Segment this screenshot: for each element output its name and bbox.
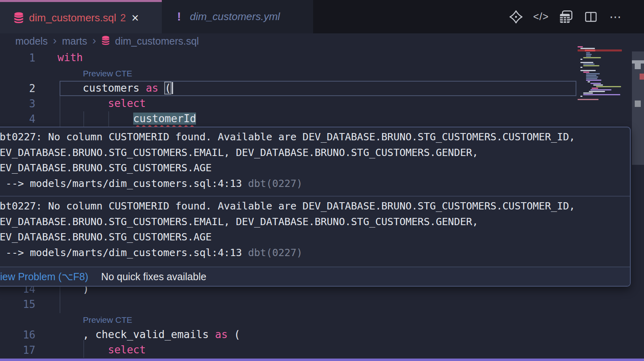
line-number: 1	[0, 52, 35, 64]
code-line-4[interactable]: 4 customerId	[0, 111, 644, 127]
error-hover-popup: dbt0227: No column CUSTOMERID found. Ava…	[0, 127, 631, 287]
line-number: 17	[0, 344, 35, 356]
minimap-line	[580, 59, 582, 60]
editor-actions: </> ⋯	[508, 0, 624, 33]
minimap-line	[586, 78, 597, 79]
minimap-line	[578, 46, 583, 47]
minimap-line	[580, 62, 593, 63]
minimap-line	[583, 72, 589, 73]
minimap-line	[580, 67, 582, 68]
indent-guide	[108, 111, 109, 127]
error-message: dbt0227: No column CUSTOMERID found. Ava…	[0, 127, 630, 196]
ruler-decoration-gray	[632, 60, 644, 64]
preview-cte-link[interactable]: Preview CTE	[83, 315, 132, 325]
minimap-line	[592, 88, 598, 89]
error-code[interactable]: dbt(0227)	[248, 247, 302, 258]
preview-cte-link[interactable]: Preview CTE	[83, 69, 132, 78]
minimap-line	[590, 83, 601, 84]
minimap-line	[580, 96, 582, 97]
code-line-16[interactable]: 16 , check_valid_emails as (	[0, 327, 644, 343]
minimap-line	[586, 55, 591, 57]
code-text: customers as (	[58, 82, 173, 94]
code-lens[interactable]: Preview CTE	[0, 312, 644, 327]
minimap-line	[593, 84, 603, 86]
line-number: 16	[0, 329, 35, 341]
error-message: dbt0227: No column CUSTOMERID found. Ava…	[0, 196, 630, 265]
breadcrumb-item-file[interactable]: dim_customers.sql	[115, 35, 199, 47]
minimap-line	[586, 76, 598, 78]
minimap-line	[590, 89, 611, 90]
error-message-line: dbt0227: No column CUSTOMERID found. Ava…	[0, 199, 627, 214]
minimap-line	[586, 52, 590, 53]
minimap[interactable]	[578, 46, 623, 105]
indent-guide	[60, 287, 60, 313]
minimap-line	[596, 86, 621, 87]
close-icon[interactable]: ×	[132, 12, 139, 24]
error-token: customerId	[133, 113, 196, 125]
code-text: with	[58, 51, 83, 64]
vscode-window: dim_customers.sql 2 × ! dim_customers.ym…	[0, 0, 644, 361]
dbt-power-user-icon[interactable]	[508, 9, 524, 25]
code-line-2[interactable]: 2 customers as (	[0, 81, 644, 96]
code-line-17[interactable]: 17 select	[0, 343, 644, 358]
minimap-line	[585, 49, 595, 51]
minimap-line	[580, 70, 596, 71]
breadcrumb: models › marts › dim_customers.sql	[0, 33, 644, 49]
tab-dim-customers-yml[interactable]: ! dim_customers.yml	[162, 0, 313, 33]
compile-code-icon[interactable]: </>	[533, 9, 549, 25]
error-messages: dbt0227: No column CUSTOMERID found. Ava…	[0, 127, 630, 265]
code-line-15[interactable]: 15	[0, 297, 644, 312]
indent-guide	[83, 111, 84, 127]
database-icon	[14, 12, 24, 23]
error-message-line: DEV_DATABASE.BRUNO.STG_CUSTOMERS.EMAIL, …	[0, 214, 627, 230]
ruler-decoration-gray2	[635, 101, 641, 107]
minimap-line	[583, 94, 620, 95]
minimap-line	[589, 91, 605, 92]
tab-bar: dim_customers.sql 2 × ! dim_customers.ym…	[0, 0, 644, 33]
code-lens[interactable]: Preview CTE	[0, 66, 644, 81]
indent-guide	[83, 340, 84, 358]
code-line-1[interactable]: 1with	[0, 50, 644, 66]
minimap-line	[583, 65, 599, 66]
error-message-line: dbt0227: No column CUSTOMERID found. Ava…	[0, 129, 627, 145]
breadcrumb-item-marts[interactable]: marts	[62, 35, 87, 47]
view-problem-link[interactable]: View Problem (⌥F8)	[0, 271, 88, 283]
tab-dim-customers-sql[interactable]: dim_customers.sql 2 ×	[0, 0, 162, 33]
minimap-line	[583, 64, 594, 65]
code-text: select	[58, 97, 146, 109]
line-number: 4	[0, 113, 35, 125]
more-actions-icon[interactable]: ⋯	[608, 9, 624, 25]
error-code[interactable]: dbt(0227)	[248, 178, 302, 189]
code-text: , check_valid_emails as (	[58, 328, 240, 340]
breadcrumb-item-models[interactable]: models	[15, 35, 48, 47]
minimap-line	[588, 81, 590, 82]
ruler-decoration-red	[640, 74, 644, 80]
text-cursor	[172, 82, 173, 94]
error-message-line: DEV_DATABASE.BRUNO.STG_CUSTOMERS.AGE	[0, 160, 627, 176]
warning-icon: !	[177, 10, 181, 23]
code-text: customerId	[58, 113, 196, 125]
minimap-line	[578, 99, 599, 100]
line-number: 3	[0, 98, 35, 110]
error-location-line: --> models/marts/dim_customers.sql:4:13 …	[0, 245, 627, 261]
popup-status-bar: View Problem (⌥F8) No quick fixes availa…	[0, 267, 630, 286]
chevron-right-icon: ›	[53, 34, 57, 47]
code-line-3[interactable]: 3 select	[0, 96, 644, 111]
no-quick-fixes-text: No quick fixes available	[101, 271, 206, 283]
minimap-line	[578, 49, 622, 51]
minimap-line	[586, 73, 600, 74]
line-number: 15	[0, 298, 35, 310]
code-text: select	[58, 344, 146, 356]
minimap-line	[583, 57, 601, 58]
ruler-decoration-gray	[635, 64, 641, 69]
minimap-line	[586, 75, 597, 76]
window-bottom-border	[0, 358, 644, 361]
chevron-right-icon: ›	[92, 34, 96, 47]
line-number: 2	[0, 82, 35, 94]
query-results-icon[interactable]	[558, 9, 574, 25]
minimap-line	[583, 92, 593, 94]
split-editor-icon[interactable]	[583, 9, 599, 25]
database-icon	[101, 36, 110, 47]
tab-modified-badge: 2	[120, 12, 126, 24]
error-message-line: DEV_DATABASE.BRUNO.STG_CUSTOMERS.AGE	[0, 230, 627, 245]
